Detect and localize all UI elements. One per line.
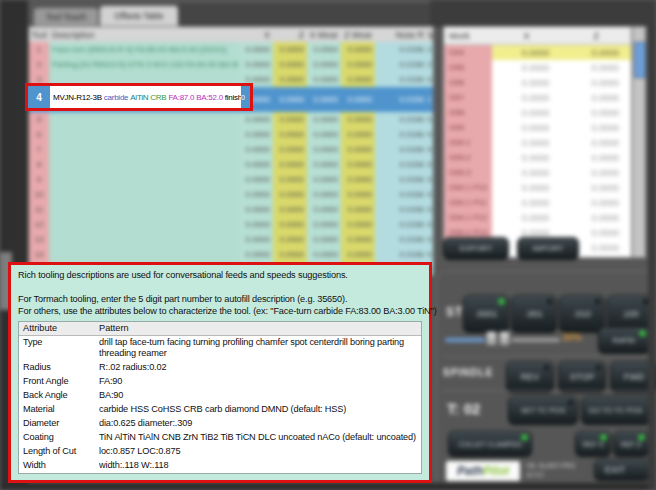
work-offset-row[interactable]: G59.20.00000.0000 — [444, 150, 631, 165]
tool-description-cell[interactable] — [49, 142, 239, 157]
work-offset-row[interactable]: G550.00000.0000 — [444, 60, 631, 75]
nose-r-cell[interactable]: 0.0156 — [375, 247, 427, 262]
tip-cell[interactable]: 9 — [427, 72, 433, 87]
work-x-cell[interactable]: 0.0000 — [492, 150, 562, 165]
x-wear-cell[interactable]: 0.0000 — [307, 232, 341, 247]
work-z-cell[interactable]: 0.0000 — [561, 180, 631, 195]
x-wear-cell[interactable]: 0.0000 — [307, 57, 341, 72]
work-z-cell[interactable]: 0.0000 — [561, 120, 631, 135]
export-button[interactable]: EXPORT — [443, 237, 509, 260]
work-table-scrollbar-thumb[interactable] — [634, 42, 646, 78]
nose-r-cell[interactable]: 0.0156 — [375, 112, 427, 127]
work-offset-row[interactable]: G560.00000.0000 — [444, 75, 631, 90]
z-offset-cell[interactable]: 0.0000 — [273, 57, 307, 72]
tool-description-cell[interactable] — [49, 127, 239, 142]
x-wear-cell[interactable]: 0.0000 — [307, 172, 341, 187]
nose-r-cell[interactable]: 0.0156 — [375, 72, 427, 87]
z-wear-cell[interactable]: 0.0000 — [341, 127, 375, 142]
tool-description-field[interactable]: MVJN-R12-3B carbide AlTiN CRB FA:87.0 BA… — [50, 86, 241, 108]
tool-number-cell[interactable]: 6 — [29, 127, 49, 142]
work-offset-row[interactable]: G54.1 P110.00000.0000 — [444, 195, 631, 210]
work-z-cell[interactable]: 0.0000 — [561, 60, 631, 75]
tool-number-cell[interactable]: 1 — [29, 42, 49, 57]
z-wear-cell[interactable]: 0.0000 — [341, 202, 375, 217]
z-wear-cell[interactable]: 0.0000 — [341, 217, 375, 232]
x-wear-cell[interactable]: 0.0000 — [307, 127, 341, 142]
nose-r-cell[interactable]: 0.0156 — [375, 57, 427, 72]
work-x-cell[interactable]: 0.0000 — [492, 120, 562, 135]
tool-number-cell[interactable]: 10 — [29, 187, 49, 202]
work-x-cell[interactable]: 0.0000 — [492, 105, 562, 120]
work-offset-row[interactable]: G580.00000.0000 — [444, 105, 631, 120]
x-offset-cell[interactable]: 0.0000 — [239, 187, 273, 202]
x-wear-cell[interactable]: 0.0000 — [307, 87, 341, 112]
x-wear-cell[interactable]: 0.0000 — [307, 42, 341, 57]
z-offset-cell[interactable]: 0.0000 — [273, 127, 307, 142]
tab-offsets-table[interactable]: Offsets Table — [100, 6, 178, 26]
work-offset-row[interactable]: G570.00000.0000 — [444, 90, 631, 105]
tool-table-row[interactable]: 100.00000.00000.00000.00000.01569 — [29, 187, 433, 202]
work-x-cell[interactable]: 0.0000 — [492, 90, 562, 105]
tool-number-cell[interactable]: 5 — [29, 112, 49, 127]
x-offset-cell[interactable]: 0.0000 — [239, 142, 273, 157]
step-size-button[interactable]: .001 — [511, 295, 557, 333]
work-offset-row[interactable]: G590.00000.0000 — [444, 120, 631, 135]
x-offset-cell[interactable]: 0.0000 — [239, 157, 273, 172]
nose-r-cell[interactable]: 0.0156 — [375, 42, 427, 57]
work-offset-row[interactable]: G59.10.00000.0000 — [444, 135, 631, 150]
tool-number-cell[interactable]: 8 — [29, 157, 49, 172]
work-z-cell[interactable]: 0.0000 — [561, 90, 631, 105]
work-x-cell[interactable]: 0.0000 — [492, 75, 562, 90]
x-offset-cell[interactable]: 0.0000 — [239, 57, 273, 72]
nose-r-cell[interactable]: 0.0156 — [375, 187, 427, 202]
z-offset-cell[interactable]: 0.0000 — [273, 42, 307, 57]
tool-description-cell[interactable] — [49, 172, 239, 187]
import-button[interactable]: IMPORT — [517, 237, 579, 260]
work-x-cell[interactable]: 0.0000 — [492, 135, 562, 150]
z-wear-cell[interactable]: 0.0000 — [341, 172, 375, 187]
z-wear-cell[interactable]: 0.0000 — [341, 87, 375, 112]
x-wear-cell[interactable]: 0.0000 — [307, 142, 341, 157]
x-offset-cell[interactable]: 0.0000 — [239, 247, 273, 262]
tip-cell[interactable]: 9 — [427, 187, 433, 202]
tool-description-cell[interactable] — [49, 202, 239, 217]
tip-cell[interactable]: 9 — [427, 157, 433, 172]
step-size-button[interactable]: .010 — [559, 295, 605, 333]
work-z-cell[interactable]: 0.0000 — [561, 135, 631, 150]
nose-r-cell[interactable]: 0.0156 — [375, 142, 427, 157]
ref-x-button[interactable]: REF X — [575, 431, 611, 457]
x-wear-cell[interactable]: 0.0000 — [307, 187, 341, 202]
tool-table-row[interactable]: 70.00000.00000.00000.00000.01569 — [29, 142, 433, 157]
x-wear-cell[interactable]: 0.0000 — [307, 157, 341, 172]
tool-table-row[interactable]: 2Parting [SLTBN19-5] GTN 3 W:0.118 FA:90… — [29, 57, 433, 72]
collet-clamped-button[interactable]: COLLET CLAMPED — [448, 431, 532, 457]
work-z-cell[interactable]: 0.0000 — [561, 165, 631, 180]
tool-description-cell[interactable] — [49, 187, 239, 202]
x-wear-cell[interactable]: 0.0000 — [307, 112, 341, 127]
work-x-cell[interactable]: 0.0000 — [492, 165, 562, 180]
spindle-stop-button[interactable]: STOP — [558, 361, 606, 393]
tool-number-cell[interactable]: 9 — [29, 172, 49, 187]
z-offset-cell[interactable]: 0.0000 — [273, 232, 307, 247]
z-offset-cell[interactable]: 0.0000 — [273, 217, 307, 232]
tip-cell[interactable]: 9 — [427, 172, 433, 187]
nose-r-cell[interactable]: 0.0156 — [375, 232, 427, 247]
z-wear-cell[interactable]: 0.0000 — [341, 157, 375, 172]
tool-table-row[interactable]: 80.00000.00000.00000.00000.01569 — [29, 157, 433, 172]
work-offset-row[interactable]: G540.00000.0000 — [444, 45, 631, 60]
set-tc-pos-button[interactable]: SET TC POS — [508, 396, 578, 425]
tool-description-cell[interactable]: Face-turn [MWLN-R 4] FA:85.00 BA:5.00 [3… — [49, 42, 239, 57]
rapid-button[interactable]: RAPID — [598, 327, 650, 354]
x-offset-cell[interactable]: 0.0000 — [239, 42, 273, 57]
x-offset-cell[interactable]: 0.0000 — [239, 172, 273, 187]
nose-r-cell[interactable]: 0.0156 — [375, 172, 427, 187]
tool-number-cell[interactable]: 14 — [29, 247, 49, 262]
x-offset-cell[interactable]: 0.0000 — [239, 112, 273, 127]
work-z-cell[interactable]: 0.0000 — [561, 195, 631, 210]
z-offset-cell[interactable]: 0.0000 — [273, 172, 307, 187]
tool-number-cell[interactable]: 12 — [29, 217, 49, 232]
work-x-cell[interactable]: 0.0000 — [492, 180, 562, 195]
tool-table-row[interactable]: 90.00000.00000.00000.00000.01569 — [29, 172, 433, 187]
tip-cell[interactable]: 2 — [427, 57, 433, 72]
tool-number-cell[interactable]: 2 — [29, 57, 49, 72]
